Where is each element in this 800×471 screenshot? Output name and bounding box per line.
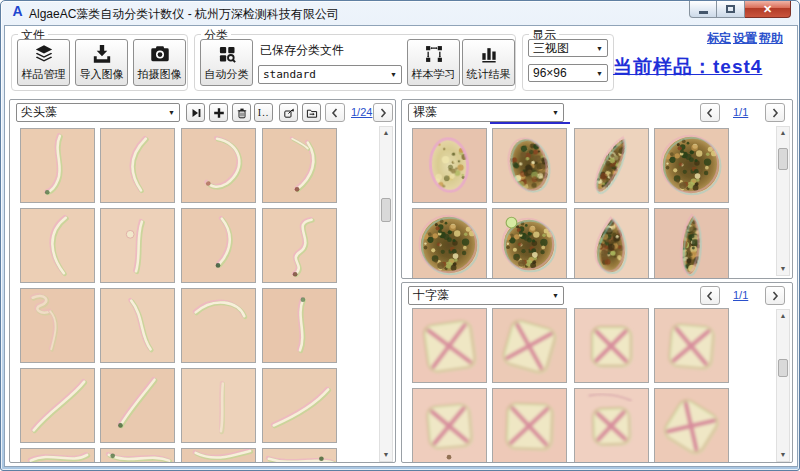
category-select[interactable]: 十字藻 ▼ [408, 286, 564, 305]
algae-thumbnail[interactable] [20, 208, 95, 283]
chevron-left-icon [705, 290, 715, 302]
algae-thumbnail[interactable] [412, 308, 487, 383]
algae-thumbnail[interactable] [412, 208, 487, 279]
chevron-right-icon [378, 107, 388, 119]
scroll-up-icon[interactable]: ▲ [380, 127, 392, 139]
current-sample-link[interactable]: 当前样品：test4 [613, 54, 797, 80]
algae-thumbnail[interactable] [100, 368, 175, 443]
algae-thumbnail[interactable] [20, 128, 95, 203]
scroll-down-icon[interactable]: ▼ [777, 263, 789, 275]
rename-icon: I.. [258, 107, 269, 118]
export-icon [283, 107, 295, 119]
rename-button[interactable]: I.. [254, 103, 273, 122]
algae-thumbnail[interactable] [654, 388, 729, 463]
vertical-scrollbar[interactable]: ▲ ▼ [776, 309, 790, 462]
category-select[interactable]: 尖头藻 ▼ [16, 103, 180, 122]
scroll-up-icon[interactable]: ▲ [777, 127, 789, 139]
import-icon [91, 44, 113, 64]
algae-thumbnail[interactable] [100, 288, 175, 363]
prev-page-button[interactable] [325, 103, 345, 122]
app-logo-icon: A [10, 4, 25, 19]
algae-thumbnail[interactable] [181, 368, 256, 443]
algae-thumbnail[interactable] [262, 448, 337, 463]
algae-thumbnail[interactable] [262, 288, 337, 363]
page-indicator[interactable]: 1/1 [733, 106, 748, 118]
delete-button[interactable] [232, 103, 251, 122]
algae-thumbnail[interactable] [262, 208, 337, 283]
help-link[interactable]: 帮助 [759, 30, 783, 47]
algae-thumbnail[interactable] [574, 128, 649, 203]
algae-thumbnail[interactable] [574, 308, 649, 383]
vertical-scrollbar[interactable]: ▲ ▼ [379, 126, 393, 462]
saved-file-select[interactable]: standard ▼ [258, 65, 402, 84]
category-panel-left: 尖头藻 ▼ I.. [9, 99, 396, 463]
prev-page-button[interactable] [700, 103, 720, 122]
next-page-button[interactable] [765, 286, 785, 305]
algae-thumbnail[interactable] [20, 288, 95, 363]
chevron-right-icon [770, 107, 780, 119]
sample-manage-button[interactable]: 样品管理 [17, 39, 70, 86]
page-indicator[interactable]: 1/24 [351, 106, 372, 118]
chevron-down-icon: ▼ [390, 71, 397, 78]
stats-icon [478, 44, 500, 64]
scroll-down-icon[interactable]: ▼ [380, 449, 392, 461]
vertical-scrollbar[interactable]: ▲ ▼ [776, 126, 790, 276]
category-select[interactable]: 裸藻 ▼ [408, 103, 564, 122]
chevron-right-icon [770, 290, 780, 302]
algae-thumbnail[interactable] [654, 308, 729, 383]
algae-thumbnail[interactable] [654, 208, 729, 279]
view-mode-select[interactable]: 三视图 ▼ [528, 39, 608, 57]
algae-thumbnail[interactable] [100, 128, 175, 203]
algae-thumbnail[interactable] [100, 448, 175, 463]
algae-thumbnail[interactable] [492, 208, 567, 279]
algae-thumbnail[interactable] [654, 128, 729, 203]
page-indicator[interactable]: 1/1 [733, 289, 748, 301]
algae-thumbnail[interactable] [574, 388, 649, 463]
capture-images-button[interactable]: 拍摄图像 [133, 39, 186, 86]
sample-learn-button[interactable]: 样本学习 [407, 39, 460, 86]
title-bar[interactable]: A AlgaeAC藻类自动分类计数仪 - 杭州万深检测科技有限公司 ✕ [1, 1, 799, 25]
layers-icon [33, 44, 55, 64]
export-button[interactable] [279, 103, 298, 122]
app-window: A AlgaeAC藻类自动分类计数仪 - 杭州万深检测科技有限公司 ✕ 文件 样… [0, 0, 800, 471]
close-button[interactable]: ✕ [745, 1, 791, 18]
scroll-up-icon[interactable]: ▲ [777, 310, 789, 322]
next-page-button[interactable] [373, 103, 393, 122]
skip-to-end-button[interactable] [186, 103, 205, 122]
algae-thumbnail[interactable] [181, 208, 256, 283]
algae-thumbnail[interactable] [574, 208, 649, 279]
algae-thumbnail[interactable] [412, 128, 487, 203]
algae-thumbnail[interactable] [181, 128, 256, 203]
next-page-button[interactable] [765, 103, 785, 122]
algae-thumbnail[interactable] [262, 368, 337, 443]
maximize-button[interactable] [717, 1, 745, 18]
saved-file-label: 已保存分类文件 [260, 42, 344, 59]
chevron-down-icon: ▼ [596, 45, 603, 52]
algae-thumbnail[interactable] [100, 208, 175, 283]
thumb-size-select[interactable]: 96×96 ▼ [528, 64, 608, 82]
algae-thumbnail[interactable] [20, 448, 95, 463]
algae-thumbnail[interactable] [181, 448, 256, 463]
chevron-left-icon [705, 107, 715, 119]
auto-classify-button[interactable]: 自动分类 [200, 39, 253, 86]
scrollbar-thumb[interactable] [778, 359, 788, 377]
chevron-down-icon: ▼ [552, 292, 559, 299]
algae-thumbnail[interactable] [181, 288, 256, 363]
prev-page-button[interactable] [700, 286, 720, 305]
scrollbar-thumb[interactable] [778, 148, 788, 170]
algae-thumbnail[interactable] [492, 308, 567, 383]
settings-link[interactable]: 设置 [733, 30, 757, 47]
add-button[interactable] [209, 103, 228, 122]
algae-thumbnail[interactable] [20, 368, 95, 443]
calibrate-link[interactable]: 标定 [707, 30, 731, 47]
import-images-button[interactable]: 导入图像 [75, 39, 128, 86]
stats-result-button[interactable]: 统计结果 [462, 39, 515, 86]
algae-thumbnail[interactable] [492, 128, 567, 203]
algae-thumbnail[interactable] [412, 388, 487, 463]
minimize-button[interactable] [689, 1, 717, 18]
scroll-down-icon[interactable]: ▼ [777, 449, 789, 461]
scrollbar-thumb[interactable] [381, 198, 391, 222]
algae-thumbnail[interactable] [492, 388, 567, 463]
algae-thumbnail[interactable] [262, 128, 337, 203]
move-to-folder-button[interactable] [302, 103, 321, 122]
